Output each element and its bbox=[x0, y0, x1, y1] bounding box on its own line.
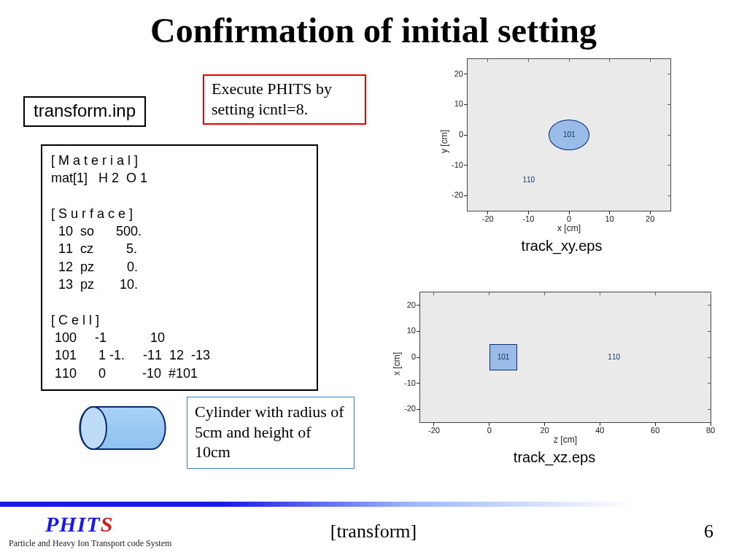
filename-text: transform.inp bbox=[34, 101, 136, 120]
page-number: 6 bbox=[704, 521, 713, 542]
tick-label: 10 bbox=[395, 326, 416, 335]
chart-xy-caption: track_xy.eps bbox=[430, 238, 693, 254]
tick-label: 0 bbox=[479, 426, 500, 435]
page-title: Confirmation of initial setting bbox=[0, 10, 747, 50]
svg-point-0 bbox=[80, 407, 107, 449]
region-label: 101 bbox=[498, 353, 510, 361]
chart-xy-ylabel: y [cm] bbox=[439, 130, 449, 153]
chart-xy-xlabel: x [cm] bbox=[467, 223, 671, 233]
region-label: 110 bbox=[608, 353, 620, 361]
tick-label: 0 bbox=[558, 214, 580, 223]
tick-label: 80 bbox=[700, 426, 721, 435]
footer-divider bbox=[0, 502, 747, 507]
region-label: 110 bbox=[522, 176, 535, 184]
tick-label: -20 bbox=[395, 404, 416, 413]
chart-track-xz: -20020406080-20-1001020101110 x [cm] z [… bbox=[383, 292, 726, 466]
tick-label: 20 bbox=[395, 300, 416, 309]
chart-xy-plotarea: -20-1001020-20-1001020101110 bbox=[467, 58, 671, 211]
cylinder-description-box: Cylinder with radius of 5cm and height o… bbox=[187, 397, 355, 469]
tick-label: 20 bbox=[534, 426, 556, 435]
tick-label: 20 bbox=[443, 69, 463, 78]
tick-label: -10 bbox=[395, 378, 416, 387]
tick-label: -20 bbox=[443, 190, 463, 199]
code-block: [ M a t e r i a l ] mat[1] H 2 O 1 [ S u… bbox=[41, 144, 318, 391]
footer-center-text: [transform] bbox=[0, 521, 747, 542]
chart-track-xy: -20-1001020-20-1001020101110 y [cm] x [c… bbox=[430, 58, 693, 254]
tick-label: 40 bbox=[589, 426, 611, 435]
cylinder-description-text: Cylinder with radius of 5cm and height o… bbox=[195, 402, 344, 461]
cylinder-icon bbox=[79, 400, 166, 456]
tick-label: 10 bbox=[599, 214, 621, 223]
instruction-text: Execute PHITS by setting icntl=8. bbox=[212, 79, 332, 118]
tick-label: -10 bbox=[517, 214, 539, 223]
region-label: 101 bbox=[563, 131, 576, 139]
tick-label: -20 bbox=[423, 426, 445, 435]
chart-xz-caption: track_xz.eps bbox=[383, 449, 726, 466]
chart-xz-ylabel: x [cm] bbox=[392, 352, 402, 376]
instruction-box: Execute PHITS by setting icntl=8. bbox=[203, 74, 366, 125]
tick-label: -10 bbox=[443, 160, 463, 169]
tick-label: 10 bbox=[443, 99, 463, 108]
tick-label: 60 bbox=[644, 426, 666, 435]
chart-xz-plotarea: -20020406080-20-1001020101110 bbox=[419, 292, 711, 423]
chart-xz-xlabel: z [cm] bbox=[419, 435, 711, 445]
tick-label: 20 bbox=[639, 214, 661, 223]
tick-label: -20 bbox=[477, 214, 499, 223]
filename-box: transform.inp bbox=[23, 96, 146, 127]
